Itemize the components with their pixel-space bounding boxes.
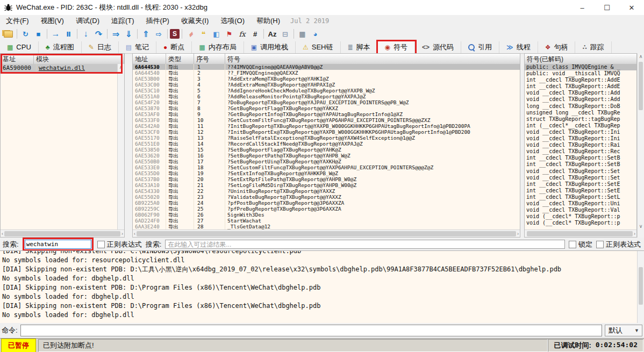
decoded-symbol-row[interactable]: public: class IMVQQEngine & _ — [525, 64, 636, 70]
menu-item[interactable]: 追踪(T) — [105, 15, 140, 27]
scroll-thumb[interactable] — [137, 231, 516, 236]
scroll-right-arrow[interactable]: › — [517, 231, 519, 236]
symbols-vscrollbar[interactable]: ∧ ∨ — [637, 53, 644, 238]
symbol-row[interactable]: 6AE551E0 导出 14 ?RecordCallStackIfNeed@TX… — [133, 141, 520, 147]
decoded-symbol-row[interactable]: int __cdecl TXBugReport::SetB — [525, 161, 636, 168]
decoded-symbol-row[interactable]: int __cdecl TXBugReport::SetB — [525, 155, 636, 161]
decoded-symbol-row[interactable]: int __cdecl TXBugReport::SetE — [525, 181, 636, 188]
tab-graph[interactable]: ♣ 流程图 — [39, 41, 82, 53]
scroll-thumb[interactable] — [639, 267, 643, 305]
patch-icon[interactable]: ▰ — [182, 26, 198, 42]
tab-references[interactable]: 引用 — [461, 41, 499, 53]
decoded-symbol-row[interactable]: unsigned long __cdecl TXBugRe — [525, 110, 636, 116]
scroll-thumb[interactable] — [527, 231, 633, 236]
symbol-row[interactable]: 6AE53C00 导出 4 ?AddExtraMem@TXBugReport@@… — [133, 82, 520, 88]
menu-item[interactable]: 文件(F) — [0, 15, 35, 27]
symbol-row[interactable]: 6AE53620 导出 16 ?SetBugReportPath@TXBugRe… — [133, 153, 520, 159]
execute-till-return-icon[interactable]: ⇓ — [123, 28, 135, 39]
symbol-row[interactable]: 6A644530 导出 1 ??4IMVQQEngine@@QAEAAV0@AB… — [133, 64, 520, 70]
decoded-symbol-row[interactable]: void __cdecl TXBugReport::Set — [525, 168, 636, 175]
scroll-down-arrow[interactable]: ∨ — [638, 223, 644, 230]
decoded-symbol-row[interactable]: int __cdecl TXBugReport::AddE — [525, 77, 636, 83]
symbol-row[interactable]: 6AE533F0 导出 10 ?GetCustomFiltFunc@TXBugR… — [133, 117, 520, 123]
decoded-symbol-row[interactable]: int __cdecl TXBugReport::AddE — [525, 83, 636, 90]
stop-icon[interactable]: ■ — [32, 28, 45, 39]
pause-icon[interactable]: Ⅱ — [62, 28, 75, 39]
label-icon[interactable]: ◧ — [210, 28, 223, 39]
symbol-row[interactable]: 6AE53A10 导出 21 ?SetLogFileMd5Dir@TXBugRe… — [133, 182, 520, 188]
scroll-thumb[interactable] — [4, 231, 120, 236]
decoded-symbol-row[interactable]: struct TXBugReport::tagBugRep — [525, 116, 636, 123]
decoded-symbol-row[interactable]: public: void __thiscall IMVQQ — [525, 70, 636, 77]
col-base[interactable]: 基址 — [1, 54, 34, 64]
symbol-row[interactable]: 6AE53850 导出 15 ?SetBugReportFlag@TXBugRe… — [133, 147, 520, 153]
col-decoded[interactable]: 符号(已解码) — [525, 54, 636, 64]
log-vscrollbar[interactable] — [637, 251, 644, 323]
decoded-symbol-row[interactable]: void __cdecl TXBugReport::Set — [525, 175, 636, 181]
decoded-hscrollbar[interactable]: › — [525, 229, 636, 237]
decoded-symbol-row[interactable]: void __cdecl TXBugReport::Ini — [525, 129, 636, 135]
symbol-row[interactable]: 6AE550B0 导出 17 ?SetBugReportUin@TXBugRep… — [133, 159, 520, 164]
tab-call-stack[interactable]: ▣ 调用堆栈 — [244, 41, 296, 53]
open-file-icon[interactable] — [2, 28, 15, 39]
col-type[interactable]: 类型 — [166, 54, 194, 64]
step-over-icon[interactable]: ↷ — [92, 28, 105, 39]
tab-notes[interactable]: ▤ 笔记 — [119, 41, 156, 53]
scroll-right-arrow[interactable]: › — [121, 231, 123, 236]
modules-hscrollbar[interactable]: ‹ › — [1, 229, 124, 237]
decoded-symbol-row[interactable]: void __cdecl TXBugReport::Val — [525, 207, 636, 213]
symbol-row[interactable]: 6AE537B0 导出 20 ?SetExtRptFilePath@TXBugR… — [133, 176, 520, 182]
modules-vscrollbar[interactable]: ∧ — [117, 64, 124, 229]
symbol-row[interactable]: 6B9225A0 导出 24 ?pfPostBugReport@TXBugRep… — [133, 200, 520, 206]
symbol-row[interactable]: 6AE542A0 导出 11 ?InitBugReport@TXBugRepor… — [133, 123, 520, 129]
menu-item[interactable]: 调试(D) — [70, 15, 105, 27]
globe-icon[interactable]: ◕ — [309, 28, 321, 39]
menu-item[interactable]: 收藏夹(I) — [175, 15, 214, 27]
decoded-symbol-row[interactable]: void (__cdecl* TXBugReport::p — [525, 220, 636, 226]
tab-source[interactable]: <> 源代码 — [415, 41, 461, 53]
symbol-row[interactable]: 6AD224F0 导出 27 StartWachat — [133, 218, 520, 224]
restart-icon[interactable]: ↻ — [19, 28, 32, 39]
decoded-symbol-row[interactable]: int __cdecl TXBugReport::SetE — [525, 188, 636, 194]
attach-icon[interactable]: ⇨ — [153, 28, 165, 39]
menu-item[interactable]: 视图(V) — [35, 15, 70, 27]
profile-dropdown[interactable]: 默认 ▼ — [605, 325, 642, 336]
symbol-filter-input[interactable] — [165, 240, 565, 249]
symbols-hscrollbar[interactable]: ‹ › — [133, 229, 520, 237]
run-icon[interactable]: → — [49, 28, 62, 39]
symbol-row[interactable]: 6AE55170 导出 13 ?RaiseSelfFatalException@… — [133, 135, 520, 141]
lock-checkbox[interactable] — [569, 241, 576, 248]
az-icon[interactable]: Az — [266, 28, 278, 39]
symbol-row[interactable]: 6B92259C 导出 25 ?pfPreBugReport@TXBugRepo… — [133, 206, 520, 212]
minimize-button[interactable]: – — [570, 0, 595, 15]
maximize-button[interactable]: ☐ — [595, 0, 619, 15]
symbol-row[interactable]: 6AA3E240 导出 28 _TlsGetData@12 — [133, 224, 520, 229]
col-address[interactable]: 地址 — [133, 54, 166, 64]
decoded-symbol-row[interactable]: void __cdecl TXBugReport::Add — [525, 96, 636, 103]
symbol-row[interactable]: 6AE53CF0 导出 12 ?InitBugReportEx@TXBugRep… — [133, 129, 520, 135]
tab-cpu[interactable]: ▦ CPU — [0, 41, 39, 53]
tab-seh-chain[interactable]: ⚠ SEH链 — [296, 41, 341, 53]
symbol-row[interactable]: 6AE551A0 导出 6 ?AddReleaseMonitorPoint@TX… — [133, 94, 520, 99]
menu-item[interactable]: 帮助(H) — [251, 15, 286, 27]
decoded-symbol-row[interactable]: long __cdecl TXBugReport::DoB — [525, 103, 636, 110]
tab-trace[interactable]: ∴ 跟踪 — [575, 41, 611, 53]
scroll-thumb[interactable] — [639, 62, 643, 110]
tab-breakpoints[interactable]: ● 断点 — [156, 41, 192, 53]
scroll-left-arrow[interactable]: ‹ — [134, 231, 135, 236]
calculator-icon[interactable]: ▦ — [296, 28, 309, 39]
symbol-row[interactable]: 6AE53870 导出 8 ?GetBugReportFlag@TXBugRep… — [133, 105, 520, 111]
col-symbol[interactable]: 符号 — [225, 54, 520, 64]
col-module[interactable]: 模块 — [34, 54, 124, 64]
tab-script[interactable]: ≣ 脚本 — [341, 41, 378, 53]
command-input[interactable] — [20, 325, 602, 336]
symbol-row[interactable]: 6B062F90 导出 26 SignWith3Des — [133, 212, 520, 218]
module-search-input[interactable] — [25, 240, 91, 249]
symbol-row[interactable]: 6AE53B00 导出 3 ?AddExtraMem@TXBugReport@@… — [133, 76, 520, 82]
decoded-symbol-row[interactable]: void (__cdecl* TXBugReport::p — [525, 213, 636, 220]
bookmark-icon[interactable]: ⚑ — [223, 28, 235, 39]
tab-symbols[interactable]: ◉ 符号 — [378, 41, 415, 53]
run-to-cursor-icon[interactable]: ⇒ — [110, 28, 122, 39]
step-into-icon[interactable]: ↓ — [80, 28, 92, 39]
menu-item[interactable]: 插件(P) — [140, 15, 175, 27]
